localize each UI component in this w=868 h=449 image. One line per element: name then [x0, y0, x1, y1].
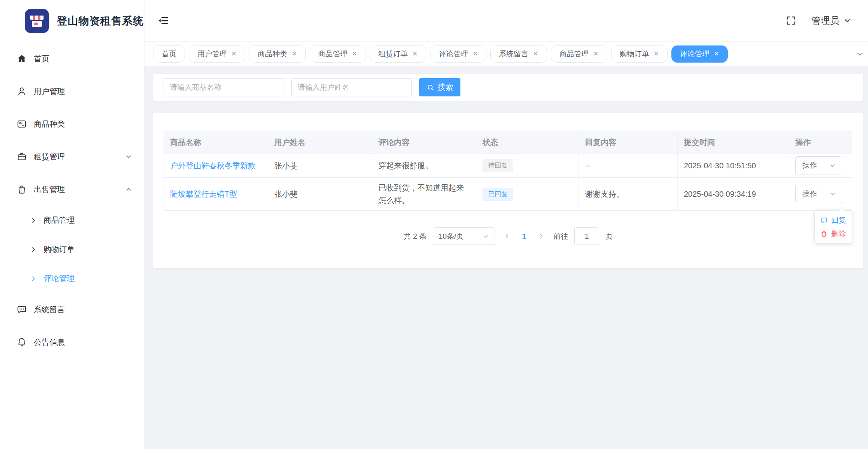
- comment-cell: 已收到货，不知道用起来怎么样。: [372, 178, 476, 211]
- search-card: 搜索: [153, 74, 863, 101]
- sidebar-item-system-messages[interactable]: 系统留言: [0, 293, 144, 326]
- goto-page-input[interactable]: [574, 227, 599, 245]
- pagination-total: 共 2 条: [404, 231, 427, 241]
- topbar: 管理员: [145, 0, 868, 42]
- store-logo-icon: [25, 9, 49, 33]
- app-title: 登山物资租售系统: [57, 14, 144, 28]
- sidebar-subitem-comment-mgmt[interactable]: 评论管理: [0, 264, 144, 293]
- chevron-up-icon: [125, 185, 132, 193]
- close-icon[interactable]: ✕: [291, 51, 297, 57]
- col-product-name: 商品名称: [164, 131, 268, 154]
- tabs-overflow-button[interactable]: [851, 42, 868, 66]
- tab-comment-mgmt-active[interactable]: 评论管理 ✕: [671, 45, 728, 63]
- next-page-button[interactable]: [535, 233, 547, 240]
- search-icon: [427, 84, 434, 91]
- action-dropdown-button[interactable]: 操作: [795, 156, 841, 175]
- content-area: 搜索 商品名称 用户姓名 评论内容 状态 回复内容 提交时间: [145, 66, 868, 449]
- app-logo: 登山物资租售系统: [0, 0, 144, 42]
- page-number-1[interactable]: 1: [519, 232, 530, 241]
- bell-icon: [17, 337, 27, 347]
- tab-home[interactable]: 首页: [153, 45, 185, 63]
- sidebar-item-product-category[interactable]: 商品种类: [0, 108, 144, 140]
- goto-label: 前往: [553, 231, 568, 241]
- chevron-down-icon: [843, 16, 852, 25]
- close-icon[interactable]: ✕: [654, 51, 659, 57]
- fullscreen-icon[interactable]: [786, 15, 797, 26]
- table-row: 陡坡攀登行走镐T型 张小斐 已收到货，不知道用起来怎么样。 已回复 谢谢支持。 …: [164, 178, 852, 211]
- time-cell: 2025-04-30 09:34:19: [678, 178, 789, 211]
- close-icon[interactable]: ✕: [533, 51, 538, 57]
- suitcase-icon: [17, 152, 27, 162]
- chevron-down-icon: [482, 233, 489, 240]
- col-comment: 评论内容: [372, 131, 476, 154]
- tab-user-mgmt[interactable]: 用户管理 ✕: [189, 45, 245, 63]
- tab-rental-orders[interactable]: 租赁订单 ✕: [370, 45, 426, 63]
- close-icon[interactable]: ✕: [593, 51, 599, 57]
- trash-icon: [820, 230, 828, 238]
- chevron-right-icon: [30, 275, 37, 282]
- user-name: 管理员: [811, 14, 839, 27]
- category-icon: [17, 119, 27, 129]
- col-actions: 操作: [789, 131, 852, 154]
- prev-page-button[interactable]: [501, 233, 513, 240]
- sidebar-item-home[interactable]: 首页: [0, 42, 144, 75]
- close-icon[interactable]: ✕: [231, 51, 237, 57]
- reply-menu-item[interactable]: 回复: [815, 213, 852, 227]
- product-link[interactable]: 户外登山鞋春秋冬季新款: [170, 161, 256, 170]
- action-dropdown-button[interactable]: 操作: [795, 185, 841, 203]
- user-name-input[interactable]: [291, 78, 412, 96]
- product-link[interactable]: 陡坡攀登行走镐T型: [170, 190, 237, 198]
- sidebar-item-sale-mgmt[interactable]: 出售管理: [0, 173, 144, 206]
- sidebar-subitem-product-mgmt[interactable]: 商品管理: [0, 206, 144, 235]
- reply-cell: --: [579, 154, 678, 178]
- home-icon: [17, 54, 27, 64]
- chevron-left-icon: [504, 233, 511, 240]
- col-user-name: 用户姓名: [268, 131, 372, 154]
- comments-table: 商品名称 用户姓名 评论内容 状态 回复内容 提交时间 操作 户外登山鞋春秋冬季…: [164, 131, 852, 211]
- search-button[interactable]: 搜索: [419, 78, 460, 96]
- close-icon[interactable]: ✕: [472, 51, 478, 57]
- col-time: 提交时间: [678, 131, 789, 154]
- user-icon: [17, 86, 27, 96]
- sidebar-item-user-mgmt[interactable]: 用户管理: [0, 75, 144, 108]
- col-status: 状态: [476, 131, 579, 154]
- status-badge: 待回复: [483, 159, 513, 172]
- close-icon[interactable]: ✕: [352, 51, 357, 57]
- page-unit-label: 页: [605, 231, 613, 241]
- user-menu[interactable]: 管理员: [811, 14, 852, 27]
- tab-product-category[interactable]: 商品种类 ✕: [249, 45, 305, 63]
- chevron-right-icon: [30, 246, 37, 253]
- sidebar-subitem-shopping-orders[interactable]: 购物订单: [0, 235, 144, 264]
- sidebar: 登山物资租售系统 首页 用户管理 商品种类: [0, 0, 145, 449]
- comment-cell: 穿起来很舒服。: [372, 154, 476, 178]
- status-badge: 已回复: [483, 188, 513, 201]
- sidebar-collapse-icon[interactable]: [157, 15, 169, 26]
- time-cell: 2025-04-30 10:51:50: [678, 154, 789, 178]
- tab-product-mgmt-1[interactable]: 商品管理 ✕: [310, 45, 366, 63]
- chevron-right-icon: [538, 233, 545, 240]
- close-icon[interactable]: ✕: [412, 51, 418, 57]
- tab-product-mgmt-2[interactable]: 商品管理 ✕: [551, 45, 607, 63]
- sidebar-menu: 首页 用户管理 商品种类 租赁管理: [0, 42, 144, 358]
- message-icon: [17, 304, 27, 314]
- tab-shopping-orders[interactable]: 购物订单 ✕: [611, 45, 668, 63]
- product-name-input[interactable]: [164, 78, 284, 96]
- action-dropdown-menu: 回复 删除: [814, 210, 852, 244]
- reply-chat-icon: [820, 217, 828, 224]
- tab-comment-mgmt-1[interactable]: 评论管理 ✕: [430, 45, 486, 63]
- tabbar: 首页 用户管理 ✕ 商品种类 ✕ 商品管理 ✕ 租赁订单 ✕ 评论管理 ✕: [145, 42, 868, 66]
- tab-system-messages[interactable]: 系统留言 ✕: [490, 45, 547, 63]
- col-reply: 回复内容: [579, 131, 678, 154]
- chevron-down-icon[interactable]: [824, 157, 841, 175]
- chevron-down-icon[interactable]: [824, 185, 841, 203]
- pagination: 共 2 条 10条/页 1 前往 页: [164, 227, 853, 245]
- user-cell: 张小斐: [268, 178, 372, 211]
- sidebar-item-announcements[interactable]: 公告信息: [0, 326, 144, 358]
- page-size-select[interactable]: 10条/页: [433, 227, 495, 245]
- table-header-row: 商品名称 用户姓名 评论内容 状态 回复内容 提交时间 操作: [164, 131, 852, 154]
- close-icon[interactable]: ✕: [714, 51, 719, 57]
- chevron-right-icon: [30, 217, 37, 224]
- delete-menu-item[interactable]: 删除: [815, 227, 852, 241]
- chevron-down-icon: [125, 153, 132, 161]
- sidebar-item-rental-mgmt[interactable]: 租赁管理: [0, 140, 144, 173]
